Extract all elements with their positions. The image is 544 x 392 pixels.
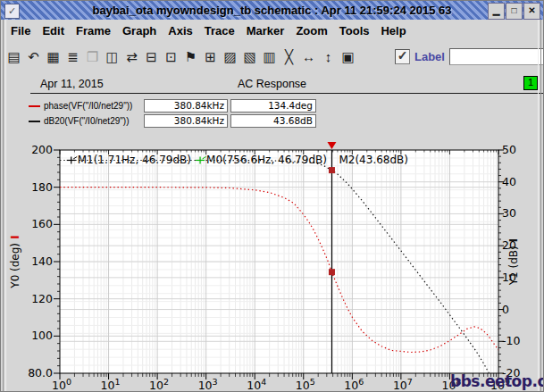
subwindow-badge[interactable]: 1 (523, 76, 538, 90)
table-icon[interactable]: ⊞ (201, 47, 220, 66)
print-icon[interactable]: ▤ (4, 47, 23, 66)
close-button[interactable]: ✕ (523, 3, 540, 20)
x-tick-label: 102 (149, 377, 169, 392)
header-divider (30, 93, 543, 94)
strip-chart-icon[interactable]: ▨ (221, 47, 239, 66)
legend-row[interactable]: dB20(VF("/I0/net29"))380.84kHz43.68dB (1, 114, 544, 128)
toolbar-icons: ▤↶▦≣❐◫⇄⊟⊡⚑⊞▨▧▥╳↔↕▣ (4, 47, 358, 66)
vline-intersection-marker[interactable] (329, 269, 335, 275)
swap-window-icon[interactable]: ⇄ (122, 47, 141, 66)
y0-tick-label: 160 (31, 217, 53, 230)
y0-tick-label: 80.0 (28, 366, 53, 379)
titlebar[interactable]: ✓ baybai_ota myowndesign_tb schematic : … (1, 1, 543, 21)
zoom-corners-icon[interactable]: ▣ (339, 47, 357, 66)
x-tick-label: 104 (247, 377, 266, 392)
x-tick-label: 103 (198, 377, 218, 392)
zoom-fit-icon[interactable]: ╳ (280, 47, 298, 66)
label-checkbox[interactable]: ✓ (395, 49, 410, 64)
trace-marker-value: 43.68dB (230, 114, 316, 128)
trace-legend: phase(VF("/I0/net29"))380.84kHz134.4degd… (1, 99, 544, 129)
y0-tick-label: 100 (31, 329, 53, 342)
zoom-y-fit-icon[interactable]: ↕ (319, 47, 338, 66)
menu-marker[interactable]: Marker (242, 21, 289, 40)
toolbar: ▤↶▦≣❐◫⇄⊟⊡⚑⊞▨▧▥╳↔↕▣ ✓ Label (1, 42, 543, 71)
window-title: baybai_ota myowndesign_tb schematic : Ap… (1, 4, 543, 17)
subwindow-icon[interactable]: ⊟ (142, 47, 161, 66)
strips-icon[interactable]: ≣ (63, 47, 82, 66)
application-window: ✓ baybai_ota myowndesign_tb schematic : … (0, 0, 544, 392)
x-tick-label: 100 (52, 377, 71, 392)
y1-tick-label: 0 (502, 303, 509, 316)
menu-edit[interactable]: Edit (38, 21, 69, 40)
trace-name: phase(VF("/I0/net29")) (44, 101, 144, 111)
pan-window-icon[interactable]: ⊡ (162, 47, 180, 66)
y0-tick-label: 200 (31, 143, 53, 156)
copy-graph-icon[interactable]: ❐ (83, 47, 102, 66)
ac-response-chart[interactable]: M1(1.71Hz, 46.79dB)M0(756.6Hz, 46.79dB)M… (1, 135, 544, 392)
menu-file[interactable]: File (6, 21, 35, 40)
window-right-frame (538, 20, 541, 391)
marker-m2-label: M2(43.68dB) (339, 154, 408, 166)
x-tick-label: 106 (344, 377, 364, 392)
window-left-frame (3, 20, 6, 391)
menu-frame[interactable]: Frame (71, 21, 115, 40)
trace-marker-value: 134.4deg (230, 99, 316, 113)
marker-m0-label: M0(756.6Hz, 46.79dB) (206, 154, 327, 166)
menubar: FileEditFrameGraphAxisTraceMarkerZoomToo… (1, 20, 543, 43)
x-tick-label: 107 (393, 377, 413, 392)
menu-help[interactable]: Help (376, 21, 410, 40)
label-checkbox-label: Label (414, 50, 445, 63)
menu-graph[interactable]: Graph (118, 21, 161, 40)
menu-zoom[interactable]: Zoom (291, 21, 331, 40)
maximize-button[interactable]: □ (506, 3, 523, 20)
undo-icon[interactable]: ↶ (24, 47, 43, 66)
trace-name: dB20(VF("/I0/net29")) (44, 116, 144, 126)
y1-tick-label: -10 (502, 334, 520, 347)
marker-m2-point[interactable] (329, 167, 335, 173)
label-input[interactable] (449, 48, 544, 65)
split-window-icon[interactable]: ◫ (103, 47, 121, 66)
trace-swatch (29, 105, 40, 107)
y0-tick-label: 180 (31, 180, 53, 194)
trace-marker-frequency: 380.84kHz (144, 114, 228, 128)
menu-trace[interactable]: Trace (200, 21, 239, 40)
trace-swatch (29, 121, 40, 122)
y1-tick-label: 30 (502, 206, 516, 220)
x-tick-label: 101 (101, 377, 121, 392)
y0-tick-label: 120 (31, 292, 53, 305)
y1-tick-label: 50 (502, 143, 516, 156)
calculator-icon[interactable]: ▥ (260, 47, 279, 66)
overlay-chart-icon[interactable]: ▧ (240, 47, 259, 66)
menu-tools[interactable]: Tools (335, 21, 374, 40)
y1-axis-title: Y1 (dB) I (507, 238, 520, 287)
minimize-button[interactable]: ▁ (488, 3, 505, 20)
y0-tick-label: 140 (31, 254, 53, 268)
label-flag-icon[interactable]: ⚑ (181, 47, 200, 66)
window-controls: ▁ □ ✕ (488, 3, 540, 20)
watermark: bbs.eetop.cn (450, 372, 544, 390)
y1-tick-label: 40 (502, 175, 516, 188)
x-tick-label: 105 (296, 377, 315, 392)
menu-axis[interactable]: Axis (163, 21, 197, 40)
y0-axis-title: Y0 (deg) I (9, 235, 21, 288)
marker-vline-pointer[interactable] (327, 142, 336, 149)
plot-title: AC Response (1, 78, 543, 90)
grid-icon[interactable]: ▦ (44, 47, 63, 66)
zoom-x-fit-icon[interactable]: ↔ (299, 47, 318, 66)
trace-marker-frequency: 380.84kHz (144, 99, 228, 113)
legend-row[interactable]: phase(VF("/I0/net29"))380.84kHz134.4deg (1, 99, 544, 113)
marker-m1-label: M1(1.71Hz, 46.79dB) (78, 154, 191, 166)
